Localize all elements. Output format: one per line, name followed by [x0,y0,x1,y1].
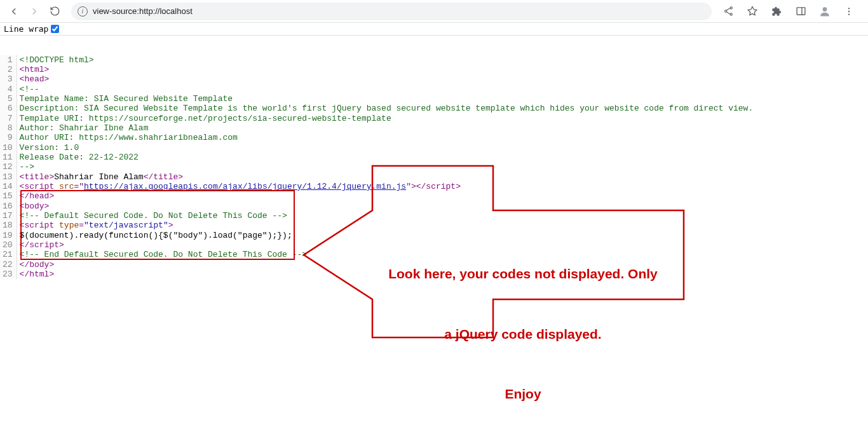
line-number: 15 [0,191,17,201]
source-line: 19$(document).ready(function(){$("body")… [0,231,756,240]
line-number: 5 [0,94,17,104]
back-button[interactable] [5,3,23,20]
line-code[interactable]: Template URI: https://sourceforge.net/pr… [17,114,756,123]
source-table: 1<!DOCTYPE html>2<html>3<head>4<!--5Temp… [0,55,756,280]
svg-point-8 [848,13,850,15]
line-number: 9 [0,133,17,142]
source-line: 23</html> [0,269,756,279]
browser-toolbar: i view-source:http://localhost [0,0,868,23]
line-code[interactable]: Release Date: 22-12-2022 [17,153,756,162]
toolbar-actions [719,3,863,20]
line-number: 7 [0,114,17,123]
share-icon[interactable] [719,3,737,20]
source-line: 21<!-- End Default Secured Code. Do Not … [0,250,756,259]
annotation-line-3: Enjoy [367,384,679,404]
line-code[interactable]: Author URI: https://www.shahriaribnealam… [17,133,756,142]
line-number: 11 [0,153,17,162]
linewrap-bar: Line wrap [0,23,868,36]
source-line: 8Author: Shahriar Ibne Alam [0,123,756,133]
line-number: 22 [0,260,17,269]
line-number: 1 [0,55,17,65]
line-number: 2 [0,65,17,74]
svg-point-0 [724,10,726,12]
source-line: 4<!-- [0,85,756,94]
line-code[interactable]: <script type="text/javascript"> [17,221,756,230]
line-number: 17 [0,211,17,221]
line-code[interactable]: <head> [17,74,756,84]
line-number: 23 [0,269,17,279]
linewrap-label: Line wrap [4,24,48,34]
line-code[interactable]: <title>Shahriar Ibne Alam</title> [17,172,756,182]
line-number: 12 [0,162,17,172]
line-code[interactable]: </script> [17,240,756,250]
line-code[interactable]: <script src="https://ajax.googleapis.com… [17,182,756,191]
source-line: 12--> [0,162,756,172]
line-number: 6 [0,104,17,113]
extensions-icon[interactable] [768,3,785,20]
source-line: 20</script> [0,240,756,250]
line-code[interactable]: <html> [17,65,756,74]
profile-icon[interactable] [816,3,834,20]
linewrap-checkbox[interactable] [51,25,59,33]
sidepanel-icon[interactable] [792,3,810,20]
line-code[interactable]: Author: Shahriar Ibne Alam [17,123,756,133]
source-line: 17<!-- Default Secured Code. Do Not Dele… [0,211,756,221]
source-line: 18<script type="text/javascript"> [0,221,756,230]
line-number: 8 [0,123,17,133]
annotation-line-2: a jQuery code displayed. [367,324,679,344]
line-number: 13 [0,172,17,182]
line-code[interactable]: $(document).ready(function(){$("body").l… [17,231,756,240]
source-view: 1<!DOCTYPE html>2<html>3<head>4<!--5Temp… [0,36,868,376]
address-bar[interactable]: i view-source:http://localhost [71,3,712,20]
source-line: 3<head> [0,74,756,84]
source-line: 13<title>Shahriar Ibne Alam</title> [0,172,756,182]
line-code[interactable]: <!-- Default Secured Code. Do Not Delete… [17,211,756,221]
line-number: 10 [0,143,17,153]
source-line: 9Author URI: https://www.shahriaribneala… [0,133,756,142]
site-info-icon[interactable]: i [78,6,88,17]
line-number: 4 [0,85,17,94]
reload-button[interactable] [46,3,64,20]
source-line: 11Release Date: 22-12-2022 [0,153,756,162]
source-line: 15</head> [0,191,756,201]
source-line: 5Template Name: SIA Secured Website Temp… [0,94,756,104]
svg-rect-3 [797,8,805,15]
url-text: view-source:http://localhost [93,6,193,16]
line-code[interactable]: Description: SIA Secured Website Templat… [17,104,756,113]
line-number: 18 [0,221,17,230]
line-number: 3 [0,74,17,84]
source-line: 7Template URI: https://sourceforge.net/p… [0,114,756,123]
source-line: 16<body> [0,201,756,211]
line-number: 16 [0,201,17,211]
forward-button[interactable] [25,3,43,20]
line-number: 19 [0,231,17,240]
line-number: 21 [0,250,17,259]
svg-point-6 [848,8,850,9]
line-code[interactable]: <!-- [17,85,756,94]
line-code[interactable]: Template Name: SIA Secured Website Templ… [17,94,756,104]
line-code[interactable]: <!DOCTYPE html> [17,55,756,65]
line-code[interactable]: </head> [17,191,756,201]
line-code[interactable]: <!-- End Default Secured Code. Do Not De… [17,250,756,259]
source-line: 2<html> [0,65,756,74]
svg-point-2 [730,13,732,15]
svg-point-7 [848,10,850,11]
line-code[interactable]: Version: 1.0 [17,143,756,153]
source-line: 6Description: SIA Secured Website Templa… [0,104,756,113]
svg-point-5 [823,7,827,11]
source-line: 14<script src="https://ajax.googleapis.c… [0,182,756,191]
source-line: 10Version: 1.0 [0,143,756,153]
source-line: 22</body> [0,260,756,269]
svg-point-1 [730,7,732,9]
line-number: 14 [0,182,17,191]
line-code[interactable]: <body> [17,201,756,211]
line-number: 20 [0,240,17,250]
source-line: 1<!DOCTYPE html> [0,55,756,65]
source-link[interactable]: https://ajax.googleapis.com/ajax/libs/jq… [84,182,406,191]
menu-icon[interactable] [840,3,858,20]
line-code[interactable]: </html> [17,269,756,279]
bookmark-icon[interactable] [743,3,761,20]
line-code[interactable]: </body> [17,260,756,269]
line-code[interactable]: --> [17,162,756,172]
